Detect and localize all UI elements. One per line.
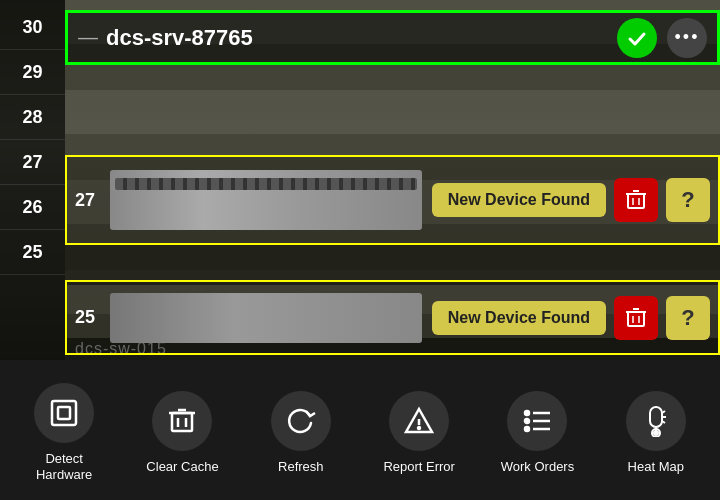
detect-hardware-icon: [34, 383, 94, 443]
detect-hardware-label: DetectHardware: [36, 451, 92, 482]
bottom-toolbar: DetectHardware Clear Cache Refresh: [0, 360, 720, 500]
report-error-label: Report Error: [383, 459, 455, 475]
svg-rect-12: [172, 413, 192, 431]
question-mark-icon-25: ?: [681, 305, 694, 331]
device-visual-25: [110, 293, 422, 343]
heat-map-icon: [626, 391, 686, 451]
question-mark-icon-27: ?: [681, 187, 694, 213]
refresh-button[interactable]: Refresh: [242, 391, 360, 475]
device-row-30-header: — dcs-srv-87765 •••: [65, 10, 720, 65]
new-device-badge-25: New Device Found: [432, 301, 606, 335]
rack-num-28: 28: [0, 95, 65, 140]
refresh-icon: [271, 391, 331, 451]
work-orders-label: Work Orders: [501, 459, 574, 475]
report-error-button[interactable]: Report Error: [360, 391, 478, 475]
ellipsis-icon: •••: [675, 27, 700, 48]
heat-map-label: Heat Map: [628, 459, 684, 475]
delete-button-27[interactable]: [614, 178, 658, 222]
device-row-25: 25 New Device Found ?: [65, 280, 720, 355]
svg-point-21: [525, 427, 529, 431]
dark-strip: [65, 245, 720, 285]
row-27-label: 27: [75, 190, 100, 211]
rack-num-25: 25: [0, 230, 65, 275]
clear-cache-button[interactable]: Clear Cache: [123, 391, 241, 475]
svg-point-20: [525, 419, 529, 423]
heat-map-button[interactable]: Heat Map: [597, 391, 715, 475]
rack-number-column: 30 29 28 27 26 25: [0, 0, 65, 360]
svg-rect-5: [628, 312, 644, 326]
refresh-label: Refresh: [278, 459, 324, 475]
detect-hardware-button[interactable]: DetectHardware: [5, 383, 123, 482]
delete-button-25[interactable]: [614, 296, 658, 340]
rack-num-30: 30: [0, 5, 65, 50]
device-visual-27: [110, 170, 422, 230]
rack-num-27: 27: [0, 140, 65, 185]
work-orders-button[interactable]: Work Orders: [478, 391, 596, 475]
clear-cache-icon: [152, 391, 212, 451]
work-orders-icon: [507, 391, 567, 451]
confirm-button[interactable]: [617, 18, 657, 58]
help-button-27[interactable]: ?: [666, 178, 710, 222]
svg-rect-10: [52, 401, 76, 425]
svg-rect-25: [650, 407, 662, 427]
svg-rect-0: [628, 194, 644, 208]
svg-point-28: [654, 431, 658, 435]
new-device-badge-27: New Device Found: [432, 183, 606, 217]
report-error-icon: [389, 391, 449, 451]
dash-separator: —: [78, 26, 98, 49]
svg-point-18: [418, 427, 420, 429]
help-button-25[interactable]: ?: [666, 296, 710, 340]
rack-num-26: 26: [0, 185, 65, 230]
svg-rect-11: [58, 407, 70, 419]
clear-cache-label: Clear Cache: [146, 459, 218, 475]
more-options-button[interactable]: •••: [667, 18, 707, 58]
svg-point-19: [525, 411, 529, 415]
device-row-27: 27 New Device Found ?: [65, 155, 720, 245]
rack-num-29: 29: [0, 50, 65, 95]
device-title: dcs-srv-87765: [106, 25, 617, 51]
row-25-label: 25: [75, 307, 100, 328]
